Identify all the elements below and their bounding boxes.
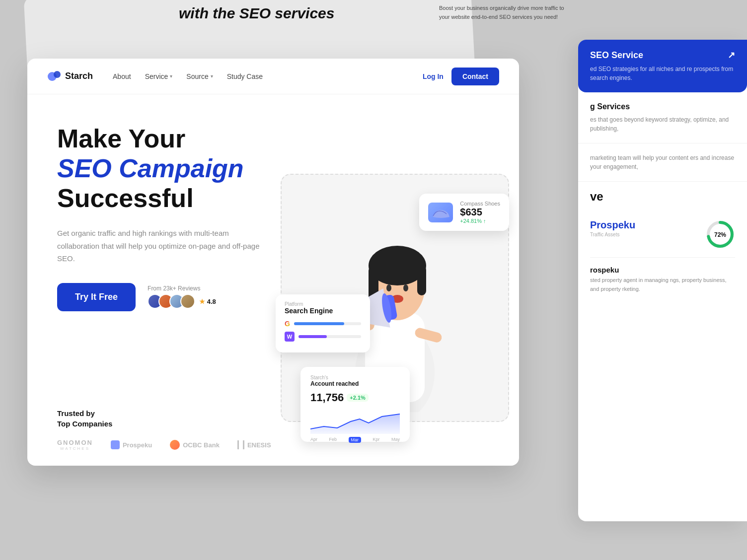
hero-description: Get organic traffic and high rankings wi… — [57, 227, 266, 265]
marketing-desc: marketing team will help your content er… — [590, 153, 735, 171]
navbar: Starch About Service ▾ Source ▾ Study Ca… — [27, 59, 519, 94]
nav-actions: Log In Contact — [423, 68, 499, 85]
reviews-label: From 23k+ Reviews — [148, 285, 216, 292]
svg-point-8 — [386, 284, 391, 291]
trusted-logo-enesis: ENESIS — [237, 440, 271, 449]
chart-label-kpr: Kpr — [373, 437, 379, 443]
rating: ★ 4.8 — [199, 298, 216, 305]
chart-label-may: May — [391, 437, 400, 443]
google-bar — [294, 322, 361, 325]
hero-title-blue: SEO Campaign — [57, 154, 244, 183]
svg-rect-7 — [417, 266, 426, 295]
hero-title: Make Your SEO Campaign Successful — [57, 124, 296, 213]
account-title: Account reached — [310, 380, 400, 387]
svg-point-9 — [403, 284, 408, 291]
google-icon: G — [285, 320, 290, 328]
engine-title: Search Engine — [285, 307, 361, 315]
ve-label: ve — [578, 182, 747, 211]
prospeku-sub-title: rospeku — [590, 266, 735, 274]
top-italic-title: with the SEO services — [179, 5, 334, 22]
trusted-section: Trusted by Top Companies GNOMON WATCHES … — [57, 408, 271, 451]
wordpress-item: W — [285, 332, 361, 342]
compass-price: $635 — [460, 207, 500, 218]
account-change-badge: +2.1% — [347, 394, 369, 402]
trusted-logo-prospeku: Prospeku — [111, 440, 152, 449]
chart-labels: Apr Feb Mar Kpr May — [310, 437, 400, 443]
trusted-logo-ocbc: OCBC Bank — [170, 440, 220, 450]
source-chevron-icon: ▾ — [211, 73, 213, 79]
wordpress-icon: W — [285, 332, 295, 342]
top-right-text: Boost your business organically drive mo… — [439, 4, 568, 21]
reviews-section: From 23k+ Reviews ★ 4.8 — [148, 285, 216, 309]
seo-service-desc: ed SEO strategies for all niches and re … — [590, 65, 735, 82]
chart-label-apr: Apr — [310, 437, 317, 443]
reviews-row: ★ 4.8 — [148, 294, 216, 309]
login-button[interactable]: Log In — [423, 72, 444, 80]
right-panel: SEO Service ↗ ed SEO strategies for all … — [578, 40, 747, 521]
compass-info: Compass Shoes $635 +24.81% ↑ — [460, 201, 500, 224]
avatars — [148, 294, 195, 309]
shoe-icon — [428, 203, 453, 222]
trusted-label: Trusted by Top Companies — [57, 408, 271, 429]
seo-service-title: SEO Service — [590, 50, 643, 61]
logo-text: Starch — [65, 71, 93, 81]
hero-image-area: Compass Shoes $635 +24.81% ↑ Platform Se… — [271, 164, 519, 462]
chart-label-mar: Mar — [349, 437, 362, 443]
marketing-section: marketing team will help your content er… — [578, 143, 747, 182]
nav-service[interactable]: Service ▾ — [145, 72, 173, 80]
wordpress-bar — [299, 335, 361, 338]
svg-point-1 — [54, 71, 61, 78]
nav-study-case[interactable]: Study Case — [227, 72, 263, 80]
trusted-logos: GNOMON WATCHES Prospeku OCBC Bank ENESIS — [57, 439, 271, 451]
circular-progress: 72% — [705, 219, 735, 249]
traffic-label: Traffic Assets — [590, 232, 635, 237]
account-reached-card: Starch's Account reached 11,756 +2.1% — [300, 367, 410, 442]
seo-service-title-row: SEO Service ↗ — [590, 50, 735, 61]
search-engine-card: Platform Search Engine G W — [276, 294, 370, 352]
top-partial-text: with the SEO services — [179, 5, 334, 22]
google-item: G — [285, 320, 361, 328]
contact-button[interactable]: Contact — [451, 68, 499, 85]
account-number: 11,756 +2.1% — [310, 391, 400, 404]
svg-text:72%: 72% — [714, 231, 726, 238]
prospeku-title: Prospeku — [590, 219, 635, 231]
account-label: Starch's — [310, 375, 400, 380]
blogging-services-desc: es that goes beyond keyword strategy, op… — [590, 115, 735, 133]
blogging-services-section: g Services es that goes beyond keyword s… — [578, 92, 747, 143]
compass-change: +24.81% ↑ — [460, 218, 500, 224]
try-it-free-button[interactable]: Try It Free — [57, 283, 136, 311]
service-chevron-icon: ▾ — [170, 73, 172, 79]
mini-chart: Apr Feb Mar Kpr May — [310, 409, 400, 434]
hero-title-line1: Make Your — [57, 124, 185, 153]
compass-shoes-card: Compass Shoes $635 +24.81% ↑ — [419, 194, 509, 231]
star-icon: ★ — [199, 298, 205, 305]
top-right-desc: Boost your business organically drive mo… — [439, 4, 568, 21]
nav-links: About Service ▾ Source ▾ Study Case — [113, 72, 423, 80]
engine-platform-label: Platform — [285, 301, 361, 307]
prospeku-section: Prospeku Traffic Assets 72% rospeku sted… — [578, 211, 747, 301]
nav-source[interactable]: Source ▾ — [186, 72, 213, 80]
blogging-services-title: g Services — [590, 102, 735, 111]
hero-title-line3: Successful — [57, 184, 194, 212]
seo-service-arrow-icon[interactable]: ↗ — [728, 50, 735, 61]
logo[interactable]: Starch — [47, 70, 93, 83]
prospeku-sub-desc: sted property agent in managing ngs, pro… — [590, 276, 735, 293]
compass-name: Compass Shoes — [460, 201, 500, 207]
nav-about[interactable]: About — [113, 72, 131, 80]
avatar-4 — [180, 294, 195, 309]
trusted-logo-gnomon: GNOMON WATCHES — [57, 439, 93, 451]
main-browser-card: Starch About Service ▾ Source ▾ Study Ca… — [27, 59, 519, 466]
seo-service-banner[interactable]: SEO Service ↗ ed SEO strategies for all … — [578, 40, 747, 92]
chart-label-feb: Feb — [329, 437, 337, 443]
hero-section: Make Your SEO Campaign Successful Get or… — [27, 94, 519, 466]
logo-icon — [47, 70, 61, 83]
